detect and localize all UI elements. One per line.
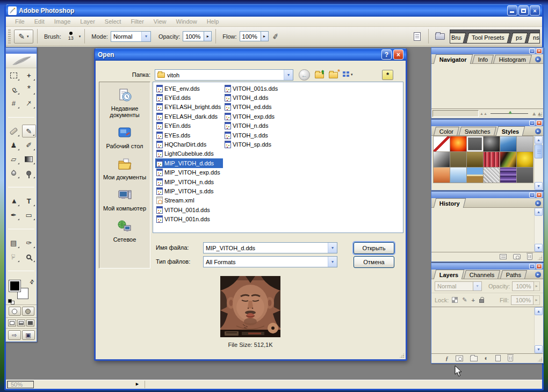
zoom-level-field[interactable]: 50% xyxy=(7,381,34,388)
up-one-level-button[interactable]: ⬆ xyxy=(315,72,324,78)
eraser-tool[interactable]: ▱ xyxy=(6,153,20,165)
hand-tool[interactable]: ☜ xyxy=(6,250,20,263)
new-snapshot-icon[interactable] xyxy=(513,254,521,259)
layers-scrollbar[interactable]: ▲ ▼ xyxy=(534,307,543,353)
options-bar-grip[interactable] xyxy=(8,30,11,43)
palette-title-bar[interactable]: – × xyxy=(431,120,543,126)
crop-tool[interactable]: # xyxy=(6,97,20,110)
place-my-computer[interactable]: Мой компьютер xyxy=(100,187,149,212)
tab-channels[interactable]: Channels xyxy=(464,270,500,279)
palette-menu-icon[interactable]: ► xyxy=(535,272,541,278)
pen-tool[interactable]: ✒ xyxy=(6,208,20,221)
style-swatch[interactable] xyxy=(450,136,467,152)
fill-arrow-icon[interactable]: ▸ xyxy=(533,295,540,305)
file-item[interactable]: EYEn.dds xyxy=(155,121,223,130)
new-document-from-state-icon[interactable] xyxy=(500,254,507,259)
tab-paths[interactable]: Paths xyxy=(500,270,527,279)
scroll-down-icon[interactable]: ▼ xyxy=(535,345,543,353)
standard-screen-button[interactable] xyxy=(8,320,16,326)
filename-combobox[interactable]: MIP_VITOH_d.dds ▾ xyxy=(203,242,337,253)
place-recent-documents[interactable]: Недавние документы xyxy=(100,88,149,118)
menu-help[interactable]: Help xyxy=(202,17,224,26)
opacity-arrow-icon[interactable]: ▸ xyxy=(534,281,540,291)
file-item[interactable]: VITOH_001d.dds xyxy=(155,205,223,214)
file-item[interactable]: VITOH_ed.dds xyxy=(223,103,291,112)
menu-select[interactable]: Select xyxy=(100,17,126,26)
file-item[interactable]: EYE_env.dds xyxy=(155,84,223,93)
palette-well-tab[interactable]: ps xyxy=(510,33,527,43)
file-item[interactable]: MIP_VITOH_n.dds xyxy=(155,177,223,186)
flow-field[interactable]: 100% xyxy=(240,31,261,41)
brush-preset-picker[interactable]: 13 xyxy=(64,29,78,43)
opacity-slider-arrow[interactable]: ▸ xyxy=(204,31,212,41)
file-item[interactable]: VITOH_001n.dds xyxy=(155,214,223,223)
file-item[interactable]: EYELASH_bright.dds xyxy=(155,103,223,112)
close-button[interactable]: × xyxy=(530,5,540,16)
lock-paint-icon[interactable]: ✎ xyxy=(462,296,467,303)
dialog-close-button[interactable]: × xyxy=(393,49,403,60)
zoom-out-mountains-icon[interactable]: ▲▲ xyxy=(480,112,487,115)
chevron-down-icon[interactable]: ▾ xyxy=(79,34,81,39)
lock-transparency-icon[interactable] xyxy=(452,297,458,303)
blend-mode-select[interactable]: Normal ▾ xyxy=(435,281,482,291)
scroll-up-icon[interactable]: ▲ xyxy=(535,307,543,315)
path-selection-tool[interactable]: ► xyxy=(6,194,20,207)
styles-scrollbar[interactable]: ▲ ▼ xyxy=(534,136,543,190)
palette-close-button[interactable]: × xyxy=(536,48,542,54)
place-my-documents[interactable]: Мои документы xyxy=(100,156,149,180)
lock-all-icon[interactable] xyxy=(479,299,484,303)
file-list[interactable]: EYE_env.ddsEYEd.ddsEYELASH_bright.ddsEYE… xyxy=(153,82,403,233)
file-item[interactable]: VITOH_n.dds xyxy=(223,121,291,130)
palette-minimize-button[interactable]: – xyxy=(529,192,535,198)
tab-layers[interactable]: Layers xyxy=(434,270,465,279)
default-colors-icon[interactable] xyxy=(8,299,12,303)
healing-brush-tool[interactable] xyxy=(6,125,20,137)
file-item[interactable]: EYEs.dds xyxy=(155,130,223,140)
palette-minimize-button[interactable]: – xyxy=(529,264,535,269)
clone-stamp-tool[interactable]: ♟ xyxy=(6,139,20,151)
tab-info[interactable]: Info xyxy=(472,55,494,63)
file-item[interactable]: EYELASH_dark.dds xyxy=(155,112,223,121)
layer-fill-field[interactable]: 100% xyxy=(511,295,533,305)
file-item[interactable]: VITOH_001s.dds xyxy=(223,84,291,93)
place-network[interactable]: Сетевое xyxy=(100,219,149,243)
lock-move-icon[interactable]: + xyxy=(472,297,475,303)
scroll-down-icon[interactable]: ▼ xyxy=(535,244,543,252)
lasso-tool[interactable]: ϱ xyxy=(6,83,20,96)
status-menu-arrow-icon[interactable]: ► xyxy=(135,381,140,387)
slice-tool[interactable]: † xyxy=(22,97,36,110)
delete-state-icon[interactable] xyxy=(527,254,532,260)
history-scrollbar[interactable]: ▲ ▼ xyxy=(534,208,543,252)
scroll-thumb[interactable] xyxy=(535,144,543,158)
combo-arrow-icon[interactable]: ▾ xyxy=(141,32,150,41)
cancel-button[interactable]: Отмена xyxy=(354,256,394,268)
menu-layer[interactable]: Layer xyxy=(75,17,100,26)
blur-tool[interactable] xyxy=(6,166,20,179)
file-item[interactable]: VITOH_sp.dds xyxy=(223,140,291,149)
style-swatch[interactable] xyxy=(500,151,517,168)
style-swatch[interactable] xyxy=(516,136,533,152)
back-button[interactable]: ← xyxy=(299,69,310,81)
menu-filter[interactable]: Filter xyxy=(126,17,148,26)
palette-title-bar[interactable]: – × xyxy=(431,263,543,270)
foreground-color-swatch[interactable] xyxy=(9,280,20,292)
tab-color[interactable]: Color xyxy=(434,127,459,135)
zoom-slider-track[interactable]: ▲ xyxy=(491,113,528,114)
style-swatch[interactable] xyxy=(450,151,467,168)
menu-window[interactable]: Window xyxy=(171,17,202,26)
layer-style-icon[interactable]: ƒ xyxy=(445,355,449,361)
layer-opacity-field[interactable]: 100% xyxy=(512,281,533,291)
airbrush-toggle[interactable]: ✐ xyxy=(268,28,284,43)
shape-tool[interactable]: ▭ xyxy=(22,208,36,221)
move-tool[interactable]: + xyxy=(22,69,36,82)
rectangular-marquee-tool[interactable] xyxy=(6,69,20,82)
dodge-tool[interactable] xyxy=(22,166,36,179)
combo-arrow-icon[interactable]: ▾ xyxy=(328,257,337,267)
magic-wand-tool[interactable]: * xyxy=(22,83,36,96)
palette-well-tab[interactable]: Tool Presets xyxy=(466,33,510,43)
imageready-logo-button[interactable]: ▣ xyxy=(22,330,35,340)
file-item[interactable]: VITOH_s.dds xyxy=(223,130,291,140)
palette-close-button[interactable]: × xyxy=(536,192,542,198)
type-tool[interactable]: T xyxy=(22,194,36,207)
palette-resize-grip[interactable] xyxy=(537,357,543,362)
